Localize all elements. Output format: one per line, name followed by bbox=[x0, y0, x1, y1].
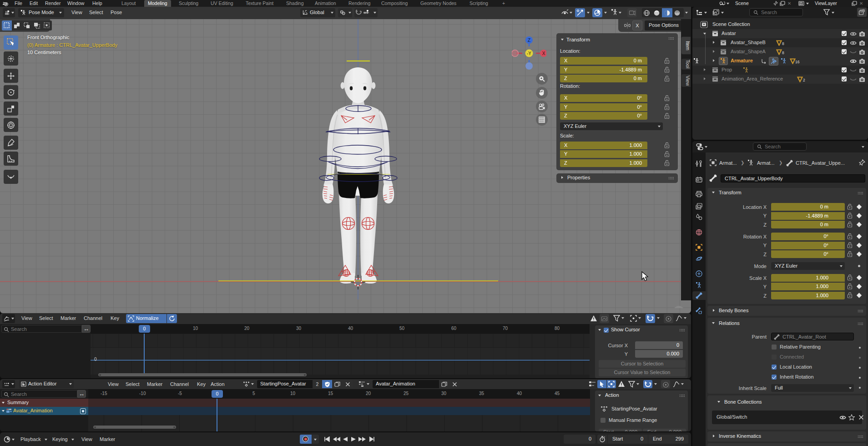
svg-text:Z: Z bbox=[528, 38, 530, 43]
svg-text:-Y: -Y bbox=[527, 51, 531, 56]
svg-text:X: X bbox=[542, 51, 545, 56]
